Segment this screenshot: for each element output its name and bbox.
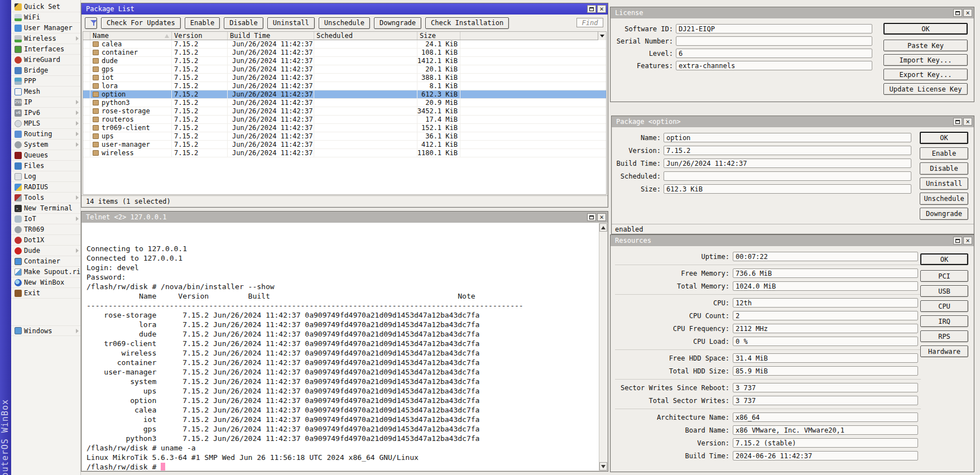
field-value[interactable] (664, 171, 911, 181)
sidebar-item-log[interactable]: Log (11, 171, 80, 182)
field-value[interactable]: 85.9 MiB (733, 366, 918, 376)
button-cpu[interactable]: CPU (920, 300, 968, 312)
field-value[interactable]: 736.6 MiB (733, 268, 918, 278)
sidebar-item-new-winbox[interactable]: New WinBox (11, 277, 80, 288)
field-value[interactable]: 6 (676, 49, 872, 58)
button-export-key[interactable]: Export Key... (883, 69, 968, 80)
sidebar-item-ipv6[interactable]: IPv6 (11, 108, 80, 118)
package-row-rose-storage[interactable]: rose-storage 7.15.2 Jun/26/2024 11:42:37… (83, 107, 606, 116)
button-check-installation[interactable]: Check Installation (425, 17, 509, 29)
field-value[interactable] (676, 36, 872, 46)
find-button[interactable]: Find (577, 18, 603, 27)
sidebar-item-mesh[interactable]: Mesh (11, 87, 80, 97)
button-check-for-updates[interactable]: Check For Updates (101, 17, 181, 29)
telnet-titlebar[interactable]: Telnet <2> 127.0.0.1 × (81, 212, 608, 223)
close-button[interactable]: × (963, 118, 972, 126)
button-downgrade[interactable]: Downgrade (374, 17, 421, 29)
sidebar-item-dude[interactable]: Dude (11, 246, 80, 256)
license-titlebar[interactable]: License × (611, 7, 974, 18)
sidebar-item-radius[interactable]: RADIUS (11, 182, 80, 193)
field-value[interactable]: x86 VMware, Inc. VMware20,1 (733, 425, 918, 435)
button-disable[interactable]: Disable (224, 17, 263, 29)
sidebar-item-new-terminal[interactable]: New Terminal (11, 203, 80, 214)
sidebar-item-interfaces[interactable]: Interfaces (11, 44, 80, 55)
field-value[interactable]: 3 737 (733, 396, 918, 405)
sidebar-item-bridge[interactable]: Bridge (11, 65, 80, 76)
field-value[interactable]: 1024.0 MiB (733, 281, 918, 291)
button-update-license-key[interactable]: Update License Key (883, 83, 968, 95)
terminal-output[interactable]: Connecting to 127.0.0.1 Connected to 127… (82, 223, 599, 471)
sidebar-item-user-manager[interactable]: User Manager (11, 23, 80, 33)
button-uninstall[interactable]: Uninstall (920, 177, 968, 190)
button-usb[interactable]: USB (920, 285, 968, 297)
package-row-python3[interactable]: python3 7.15.2 Jun/26/2024 11:42:37 20.9… (83, 99, 606, 107)
package-row-calea[interactable]: calea 7.15.2 Jun/26/2024 11:42:37 24.1 K… (83, 40, 606, 49)
resources-titlebar[interactable]: Resources × (611, 235, 974, 246)
column-chooser-button[interactable] (598, 32, 606, 40)
column-header-name[interactable]: Name (90, 32, 172, 40)
button-ok[interactable]: OK (920, 132, 968, 144)
sidebar-item-ppp[interactable]: PPP (11, 76, 80, 87)
field-value[interactable]: 12th (733, 298, 918, 308)
button-irq[interactable]: IRQ (920, 315, 968, 327)
package-row-tr069-client[interactable]: tr069-client 7.15.2 Jun/26/2024 11:42:37… (83, 124, 606, 132)
sidebar-item-queues[interactable]: Queues (11, 150, 80, 161)
close-button[interactable]: × (597, 5, 606, 13)
sidebar-item-exit[interactable]: Exit (11, 288, 80, 299)
button-downgrade[interactable]: Downgrade (920, 208, 968, 220)
maximize-button[interactable] (953, 118, 962, 126)
filter-button[interactable] (85, 17, 97, 29)
terminal-scrollbar[interactable] (599, 223, 607, 471)
sidebar-item-routing[interactable]: Routing (11, 129, 80, 140)
button-pci[interactable]: PCI (920, 270, 968, 282)
sidebar-item-windows[interactable]: Windows (11, 325, 80, 336)
sidebar-item-system[interactable]: System (11, 140, 80, 150)
package-row-gps[interactable]: gps 7.15.2 Jun/26/2024 11:42:37 20.1 KiB (83, 65, 606, 74)
sidebar-item-container[interactable]: Container (11, 256, 80, 267)
field-value[interactable]: 0 % (733, 337, 918, 346)
field-value[interactable]: extra-channels (676, 61, 872, 70)
field-value[interactable]: 7.15.2 (stable) (733, 438, 918, 448)
sidebar-item-ip[interactable]: IP (11, 97, 80, 108)
column-header-scheduled[interactable]: Scheduled (314, 32, 417, 40)
sidebar-item-make-supout-rif[interactable]: Make Supout.rif (11, 267, 80, 277)
column-header-version[interactable]: Version (172, 32, 228, 40)
button-rps[interactable]: RPS (920, 330, 968, 342)
sidebar-item-iot[interactable]: IoT (11, 214, 80, 224)
column-header-size[interactable]: Size (417, 32, 460, 40)
package-row-dude[interactable]: dude 7.15.2 Jun/26/2024 11:42:37 1412.1 … (83, 57, 606, 65)
package-row-lora[interactable]: lora 7.15.2 Jun/26/2024 11:42:37 8.1 KiB (83, 82, 606, 90)
package-row-container[interactable]: container 7.15.2 Jun/26/2024 11:42:37 10… (83, 49, 606, 57)
sidebar-item-tr069[interactable]: TR069 (11, 224, 80, 235)
package-row-user-manager[interactable]: user-manager 7.15.2 Jun/26/2024 11:42:37… (83, 141, 606, 149)
button-unschedule[interactable]: Unschedule (920, 193, 968, 205)
button-unschedule[interactable]: Unschedule (319, 17, 370, 29)
field-value[interactable]: 00:07:22 (733, 252, 918, 261)
package-list-titlebar[interactable]: Package List × (81, 3, 608, 15)
sidebar-item-mpls[interactable]: MPLS (11, 118, 80, 129)
sidebar-item-wifi[interactable]: WiFi (11, 12, 80, 23)
maximize-button[interactable] (587, 213, 596, 221)
scroll-up-button[interactable] (599, 223, 607, 232)
button-enable[interactable]: Enable (185, 17, 220, 29)
button-paste-key[interactable]: Paste Key (883, 40, 968, 51)
sidebar-item-wireless[interactable]: Wireless (11, 33, 80, 44)
button-hardware[interactable]: Hardware (920, 346, 968, 357)
sidebar-item-quick-set[interactable]: Quick Set (11, 2, 80, 12)
button-uninstall[interactable]: Uninstall (267, 17, 315, 29)
column-header-build-time[interactable]: Build Time (228, 32, 314, 40)
button-import-key[interactable]: Import Key... (883, 54, 968, 66)
field-value[interactable]: 612.3 KiB (664, 184, 911, 194)
package-row-option[interactable]: option 7.15.2 Jun/26/2024 11:42:37 612.3… (83, 90, 606, 99)
field-value[interactable]: 31.4 MiB (733, 353, 918, 363)
field-value[interactable]: 2024-06-26 11:42:37 (733, 451, 918, 460)
package-row-wireless[interactable]: wireless 7.15.2 Jun/26/2024 11:42:37 118… (83, 149, 606, 157)
field-value[interactable]: DJ21-EIQP (676, 24, 872, 33)
maximize-button[interactable] (953, 237, 962, 244)
sidebar-item-tools[interactable]: Tools (11, 193, 80, 203)
field-value[interactable]: 3 737 (733, 383, 918, 392)
package-option-titlebar[interactable]: Package <option> × (612, 116, 974, 127)
field-value[interactable]: x86_64 (733, 412, 918, 422)
package-row-routeros[interactable]: routeros 7.15.2 Jun/26/2024 11:42:37 17.… (83, 116, 606, 124)
close-button[interactable]: × (963, 9, 972, 17)
